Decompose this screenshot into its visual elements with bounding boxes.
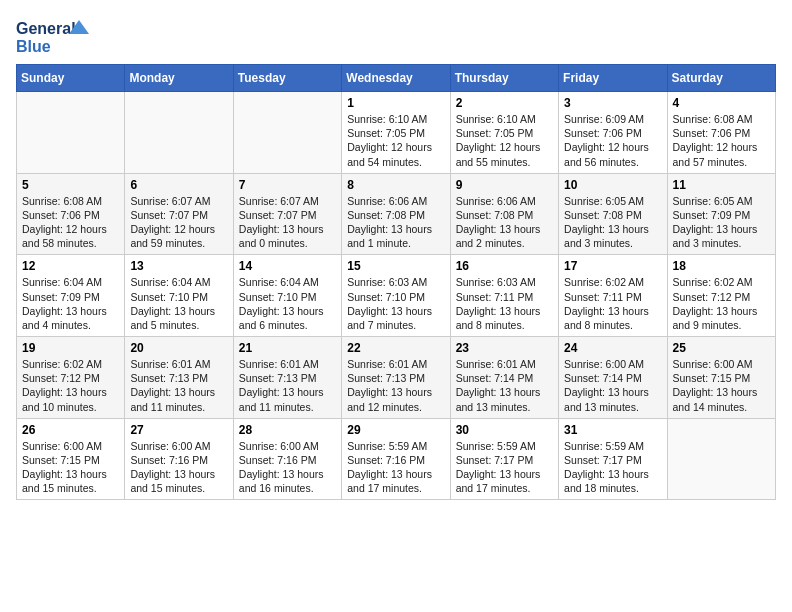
- col-header-monday: Monday: [125, 65, 233, 92]
- day-info: Sunrise: 6:02 AM Sunset: 7:11 PM Dayligh…: [564, 275, 661, 332]
- day-info: Sunrise: 6:02 AM Sunset: 7:12 PM Dayligh…: [673, 275, 770, 332]
- day-number: 6: [130, 178, 227, 192]
- calendar-cell: 29Sunrise: 5:59 AM Sunset: 7:16 PM Dayli…: [342, 418, 450, 500]
- calendar-cell: 4Sunrise: 6:08 AM Sunset: 7:06 PM Daylig…: [667, 92, 775, 174]
- calendar-cell: 18Sunrise: 6:02 AM Sunset: 7:12 PM Dayli…: [667, 255, 775, 337]
- day-info: Sunrise: 6:00 AM Sunset: 7:16 PM Dayligh…: [130, 439, 227, 496]
- calendar-week-4: 19Sunrise: 6:02 AM Sunset: 7:12 PM Dayli…: [17, 337, 776, 419]
- calendar-cell: [17, 92, 125, 174]
- day-number: 30: [456, 423, 553, 437]
- calendar-cell: 9Sunrise: 6:06 AM Sunset: 7:08 PM Daylig…: [450, 173, 558, 255]
- day-number: 28: [239, 423, 336, 437]
- day-number: 11: [673, 178, 770, 192]
- day-number: 14: [239, 259, 336, 273]
- calendar-cell: 6Sunrise: 6:07 AM Sunset: 7:07 PM Daylig…: [125, 173, 233, 255]
- calendar-week-2: 5Sunrise: 6:08 AM Sunset: 7:06 PM Daylig…: [17, 173, 776, 255]
- day-number: 21: [239, 341, 336, 355]
- day-number: 1: [347, 96, 444, 110]
- day-number: 19: [22, 341, 119, 355]
- day-number: 27: [130, 423, 227, 437]
- col-header-sunday: Sunday: [17, 65, 125, 92]
- day-number: 31: [564, 423, 661, 437]
- day-info: Sunrise: 6:05 AM Sunset: 7:09 PM Dayligh…: [673, 194, 770, 251]
- calendar-cell: 10Sunrise: 6:05 AM Sunset: 7:08 PM Dayli…: [559, 173, 667, 255]
- calendar-cell: [667, 418, 775, 500]
- day-info: Sunrise: 6:06 AM Sunset: 7:08 PM Dayligh…: [347, 194, 444, 251]
- calendar-cell: [233, 92, 341, 174]
- calendar-cell: 25Sunrise: 6:00 AM Sunset: 7:15 PM Dayli…: [667, 337, 775, 419]
- calendar-cell: 16Sunrise: 6:03 AM Sunset: 7:11 PM Dayli…: [450, 255, 558, 337]
- day-number: 17: [564, 259, 661, 273]
- calendar-cell: 19Sunrise: 6:02 AM Sunset: 7:12 PM Dayli…: [17, 337, 125, 419]
- day-info: Sunrise: 6:07 AM Sunset: 7:07 PM Dayligh…: [239, 194, 336, 251]
- col-header-saturday: Saturday: [667, 65, 775, 92]
- calendar-cell: 20Sunrise: 6:01 AM Sunset: 7:13 PM Dayli…: [125, 337, 233, 419]
- calendar-cell: 15Sunrise: 6:03 AM Sunset: 7:10 PM Dayli…: [342, 255, 450, 337]
- day-info: Sunrise: 6:01 AM Sunset: 7:13 PM Dayligh…: [130, 357, 227, 414]
- calendar-cell: 23Sunrise: 6:01 AM Sunset: 7:14 PM Dayli…: [450, 337, 558, 419]
- day-info: Sunrise: 6:01 AM Sunset: 7:13 PM Dayligh…: [347, 357, 444, 414]
- day-info: Sunrise: 6:06 AM Sunset: 7:08 PM Dayligh…: [456, 194, 553, 251]
- calendar-cell: 5Sunrise: 6:08 AM Sunset: 7:06 PM Daylig…: [17, 173, 125, 255]
- calendar-cell: 24Sunrise: 6:00 AM Sunset: 7:14 PM Dayli…: [559, 337, 667, 419]
- calendar-week-1: 1Sunrise: 6:10 AM Sunset: 7:05 PM Daylig…: [17, 92, 776, 174]
- day-info: Sunrise: 6:10 AM Sunset: 7:05 PM Dayligh…: [456, 112, 553, 169]
- day-number: 20: [130, 341, 227, 355]
- day-number: 23: [456, 341, 553, 355]
- calendar-cell: 28Sunrise: 6:00 AM Sunset: 7:16 PM Dayli…: [233, 418, 341, 500]
- calendar-table: SundayMondayTuesdayWednesdayThursdayFrid…: [16, 64, 776, 500]
- day-number: 8: [347, 178, 444, 192]
- calendar-cell: 17Sunrise: 6:02 AM Sunset: 7:11 PM Dayli…: [559, 255, 667, 337]
- logo: GeneralBlue: [16, 16, 96, 56]
- day-number: 22: [347, 341, 444, 355]
- page-header: GeneralBlue: [16, 16, 776, 56]
- day-info: Sunrise: 6:00 AM Sunset: 7:15 PM Dayligh…: [22, 439, 119, 496]
- day-number: 26: [22, 423, 119, 437]
- col-header-wednesday: Wednesday: [342, 65, 450, 92]
- day-number: 7: [239, 178, 336, 192]
- calendar-cell: 1Sunrise: 6:10 AM Sunset: 7:05 PM Daylig…: [342, 92, 450, 174]
- day-info: Sunrise: 6:05 AM Sunset: 7:08 PM Dayligh…: [564, 194, 661, 251]
- calendar-cell: 26Sunrise: 6:00 AM Sunset: 7:15 PM Dayli…: [17, 418, 125, 500]
- calendar-week-5: 26Sunrise: 6:00 AM Sunset: 7:15 PM Dayli…: [17, 418, 776, 500]
- calendar-cell: 30Sunrise: 5:59 AM Sunset: 7:17 PM Dayli…: [450, 418, 558, 500]
- col-header-tuesday: Tuesday: [233, 65, 341, 92]
- day-info: Sunrise: 6:00 AM Sunset: 7:15 PM Dayligh…: [673, 357, 770, 414]
- day-info: Sunrise: 6:00 AM Sunset: 7:16 PM Dayligh…: [239, 439, 336, 496]
- day-info: Sunrise: 6:04 AM Sunset: 7:10 PM Dayligh…: [239, 275, 336, 332]
- day-info: Sunrise: 6:04 AM Sunset: 7:09 PM Dayligh…: [22, 275, 119, 332]
- day-number: 12: [22, 259, 119, 273]
- calendar-cell: 13Sunrise: 6:04 AM Sunset: 7:10 PM Dayli…: [125, 255, 233, 337]
- svg-text:Blue: Blue: [16, 38, 51, 55]
- calendar-cell: [125, 92, 233, 174]
- day-info: Sunrise: 6:08 AM Sunset: 7:06 PM Dayligh…: [673, 112, 770, 169]
- day-info: Sunrise: 6:04 AM Sunset: 7:10 PM Dayligh…: [130, 275, 227, 332]
- day-info: Sunrise: 6:01 AM Sunset: 7:14 PM Dayligh…: [456, 357, 553, 414]
- calendar-cell: 11Sunrise: 6:05 AM Sunset: 7:09 PM Dayli…: [667, 173, 775, 255]
- day-info: Sunrise: 6:10 AM Sunset: 7:05 PM Dayligh…: [347, 112, 444, 169]
- day-info: Sunrise: 6:08 AM Sunset: 7:06 PM Dayligh…: [22, 194, 119, 251]
- day-info: Sunrise: 6:03 AM Sunset: 7:10 PM Dayligh…: [347, 275, 444, 332]
- day-number: 13: [130, 259, 227, 273]
- calendar-cell: 2Sunrise: 6:10 AM Sunset: 7:05 PM Daylig…: [450, 92, 558, 174]
- day-info: Sunrise: 6:07 AM Sunset: 7:07 PM Dayligh…: [130, 194, 227, 251]
- calendar-cell: 22Sunrise: 6:01 AM Sunset: 7:13 PM Dayli…: [342, 337, 450, 419]
- calendar-week-3: 12Sunrise: 6:04 AM Sunset: 7:09 PM Dayli…: [17, 255, 776, 337]
- calendar-cell: 21Sunrise: 6:01 AM Sunset: 7:13 PM Dayli…: [233, 337, 341, 419]
- calendar-cell: 7Sunrise: 6:07 AM Sunset: 7:07 PM Daylig…: [233, 173, 341, 255]
- day-number: 10: [564, 178, 661, 192]
- svg-text:General: General: [16, 20, 76, 37]
- col-header-thursday: Thursday: [450, 65, 558, 92]
- calendar-cell: 14Sunrise: 6:04 AM Sunset: 7:10 PM Dayli…: [233, 255, 341, 337]
- day-number: 2: [456, 96, 553, 110]
- calendar-cell: 3Sunrise: 6:09 AM Sunset: 7:06 PM Daylig…: [559, 92, 667, 174]
- logo-svg: GeneralBlue: [16, 16, 96, 56]
- day-number: 15: [347, 259, 444, 273]
- day-number: 25: [673, 341, 770, 355]
- calendar-cell: 12Sunrise: 6:04 AM Sunset: 7:09 PM Dayli…: [17, 255, 125, 337]
- day-info: Sunrise: 6:09 AM Sunset: 7:06 PM Dayligh…: [564, 112, 661, 169]
- calendar-cell: 8Sunrise: 6:06 AM Sunset: 7:08 PM Daylig…: [342, 173, 450, 255]
- day-info: Sunrise: 5:59 AM Sunset: 7:17 PM Dayligh…: [564, 439, 661, 496]
- calendar-cell: 31Sunrise: 5:59 AM Sunset: 7:17 PM Dayli…: [559, 418, 667, 500]
- calendar-header-row: SundayMondayTuesdayWednesdayThursdayFrid…: [17, 65, 776, 92]
